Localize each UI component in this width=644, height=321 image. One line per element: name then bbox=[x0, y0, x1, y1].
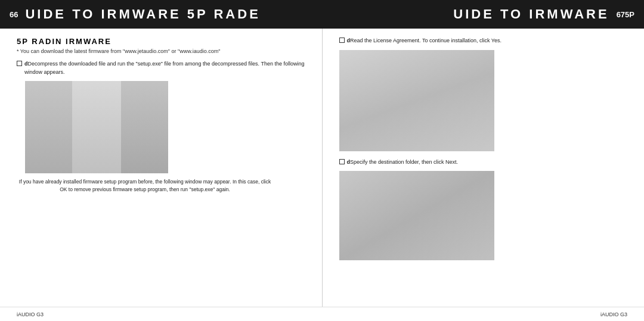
step2-checkbox bbox=[339, 38, 345, 43]
left-page-number: 66 bbox=[6, 10, 21, 19]
note-text: * You can download the latest firmware f… bbox=[17, 48, 308, 54]
footer-right: iAUDIO G3 bbox=[600, 311, 627, 317]
header-right: UIDE TO IRMWARE 675P bbox=[322, 7, 638, 22]
left-column: 5P RADIN IRMWARE * You can download the … bbox=[0, 29, 323, 307]
page-header: 66 UIDE TO IRMWARE 5P RADE UIDE TO IRMWA… bbox=[0, 0, 644, 29]
step3-row: dSpecify the destination folder, then cl… bbox=[339, 158, 630, 167]
right-page-number: 675P bbox=[613, 10, 638, 19]
screenshot-image-3 bbox=[339, 171, 494, 260]
main-content: 5P RADIN IRMWARE * You can download the … bbox=[0, 29, 644, 307]
right-header-title: UIDE TO IRMWARE bbox=[453, 7, 609, 22]
right-column: dRead the License Agreement. To continue… bbox=[323, 29, 645, 307]
screenshot-image-1 bbox=[25, 81, 168, 173]
step2-row: dRead the License Agreement. To continue… bbox=[339, 37, 630, 45]
step1-checkbox bbox=[17, 61, 22, 66]
step1-row: dDecompress the downloaded file and run … bbox=[17, 60, 308, 76]
screenshot-box-1 bbox=[25, 81, 308, 173]
header-left: 66 UIDE TO IRMWARE 5P RADE bbox=[6, 7, 322, 22]
page-footer: iAUDIO G3 iAUDIO G3 bbox=[0, 307, 644, 321]
screenshot-image-2 bbox=[339, 50, 494, 151]
screenshot-box-3 bbox=[339, 171, 630, 260]
step1-text: dDecompress the downloaded file and run … bbox=[24, 60, 308, 76]
step2-text: dRead the License Agreement. To continue… bbox=[347, 37, 502, 45]
screenshot-box-2 bbox=[339, 50, 630, 151]
left-header-title: UIDE TO IRMWARE 5P RADE bbox=[25, 7, 260, 22]
step3-checkbox bbox=[339, 159, 345, 164]
section-title: 5P RADIN IRMWARE bbox=[17, 37, 308, 46]
footer-left: iAUDIO G3 bbox=[17, 311, 44, 317]
additional-text: If you have already installed firmware s… bbox=[17, 178, 273, 194]
step3-text: dSpecify the destination folder, then cl… bbox=[347, 158, 459, 167]
